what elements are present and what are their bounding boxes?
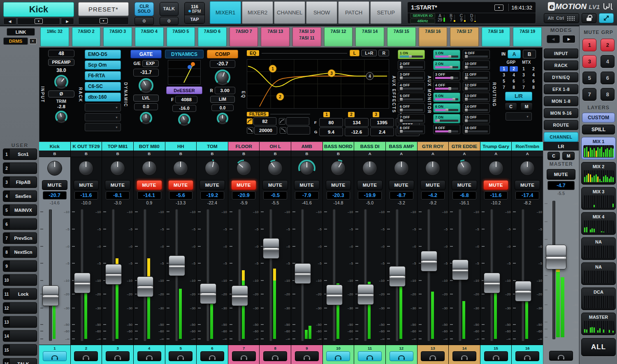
aux-send-slider[interactable] [435,109,458,111]
channel-name[interactable]: BASS DI [354,142,385,151]
fader-value[interactable]: -19.2 [200,191,224,199]
dynamics-header[interactable]: DYNAMICS [165,50,204,58]
grp-assign-1[interactable]: 1 [500,66,508,72]
mute-button[interactable]: MUTE [389,180,414,190]
eq-header[interactable]: EQ [247,50,259,56]
fader-track[interactable] [144,209,146,341]
user-key-10[interactable]: 10 [3,274,37,286]
channel-name[interactable]: GTR ROY [418,142,449,151]
hpf-icon[interactable] [247,118,253,124]
user-key-6[interactable]: 6 [3,218,37,230]
channel-name[interactable]: TOM [197,142,228,151]
tab-patch[interactable]: PATCH [338,1,369,24]
aux-send-handle[interactable] [465,98,468,101]
lpf-freq-value[interactable]: 20000 [254,126,277,134]
next-channel-button[interactable]: ▶ [61,18,74,25]
aux-send-handle[interactable] [400,109,403,111]
rack-slot[interactable]: dbx-160 [85,93,121,102]
aux-send-8[interactable]: 8 OFF [398,125,425,134]
rack-slot[interactable]: EMO-D5 [85,50,121,59]
aux-send-slider[interactable] [435,130,458,132]
tab-channel[interactable]: CHANNEL [274,1,305,24]
aux-send-slider[interactable] [400,130,423,132]
pan-knob[interactable] [46,160,63,177]
talk-button[interactable]: TALK [160,2,179,16]
input-patch-label[interactable]: 7ASI 13 [261,27,290,46]
input-b-button[interactable]: B [523,50,536,58]
cue-button[interactable] [74,351,98,361]
mute-group-7[interactable]: 7 [582,88,596,101]
aux-send-handle[interactable] [400,66,403,69]
cue-button[interactable] [390,351,413,361]
aux-send-2[interactable]: 2 ON [433,60,460,70]
hpf2-freq-value[interactable] [286,117,309,125]
cue-button[interactable] [200,351,224,361]
fader-value[interactable]: -11.6 [74,191,98,199]
aux-send-handle[interactable] [400,98,403,101]
mute-button[interactable]: MUTE [452,180,477,190]
mute-button[interactable]: MUTE [326,180,351,190]
fader-track[interactable] [427,209,430,341]
user-key-1[interactable]: 1Scn1 [3,148,37,160]
aux-send-slider[interactable] [435,56,458,58]
fader-handle[interactable] [105,264,122,285]
user-key-7[interactable]: 7PrevScn [3,232,37,244]
spill-button[interactable]: SPILL [582,125,615,134]
remote-link-button[interactable] [599,13,614,23]
comp-threshold-value[interactable]: -20.7 [210,60,235,68]
aux-send-slider[interactable] [435,66,458,68]
mute-button[interactable]: MUTE [42,180,67,190]
grp-assign-2[interactable]: 2 [510,66,518,72]
mute-button[interactable]: MUTE [420,180,446,190]
talk-settings-button[interactable]: ⚙ [160,17,179,25]
pan-knob[interactable] [519,160,536,177]
fader-value[interactable]: -20.3 [327,191,350,199]
fader-value[interactable]: -14.1 [137,191,161,199]
input-patch-label[interactable]: 7ASIO 3 [103,27,132,46]
channel-source[interactable]: B [39,151,70,157]
master-bus-name[interactable]: LR [543,142,579,151]
cue-button[interactable] [106,351,130,361]
layer-button-mix-1[interactable]: MIX 1 [581,137,616,160]
user-key-9[interactable]: 9 [3,260,37,272]
gate-threshold-value[interactable]: -31.7 [133,69,159,77]
mode-button-rack[interactable]: RACK [544,60,578,70]
mode-button-mon-1-8[interactable]: MON 1-8 [544,96,578,106]
user-key-4[interactable]: 4SavSes [3,190,37,202]
user-key-3[interactable]: 3FlipAB [3,176,37,188]
input-patch-label[interactable]: 7ASI 14 [355,27,384,46]
user-key-11[interactable]: 11Lock [3,288,37,300]
cue-button[interactable] [295,351,319,361]
fader-handle[interactable] [389,266,406,287]
fader-value[interactable]: -0.5 [263,191,287,199]
preamp-button[interactable]: PREAMP [48,59,74,66]
input-patch-label[interactable]: 7ASIO 4 [135,27,164,46]
aux-send-slider[interactable] [400,77,423,79]
mute-button[interactable]: MUTE [105,180,130,190]
mute-group-6[interactable]: 6 [601,72,615,84]
channel-source[interactable]: B [228,151,260,157]
hpf-freq-value[interactable]: 82 [253,117,276,125]
grp-assign-7[interactable]: 7 [500,85,508,90]
aux-send-handle[interactable] [465,130,468,133]
mute-button[interactable]: MUTE [199,180,225,190]
eq-bus-l[interactable]: L [350,50,360,56]
mtx-assign-1[interactable]: 1 [520,66,528,72]
channel-source[interactable]: B [71,151,102,157]
fader-handle[interactable] [421,251,437,271]
channel-source[interactable]: A [386,151,417,157]
input-patch-label[interactable]: 7ASI 18 [482,27,510,46]
fader-handle[interactable] [515,281,531,301]
center-button[interactable]: C [505,102,517,111]
fader-handle[interactable] [42,285,59,306]
aux-send-2[interactable]: 2 OFF [398,60,425,70]
gate-lvl-knob[interactable] [140,112,152,124]
aux-send-handle[interactable] [437,119,440,122]
aux-send-handle[interactable] [465,119,468,122]
channel-source[interactable]: B [102,151,133,157]
pan-knob[interactable] [393,160,410,177]
channel-name[interactable]: RonTrmbn [512,142,543,151]
channel-source[interactable]: A [449,151,480,157]
mtx-assign-8[interactable]: 8 [529,85,538,90]
fader-track[interactable] [333,209,336,341]
